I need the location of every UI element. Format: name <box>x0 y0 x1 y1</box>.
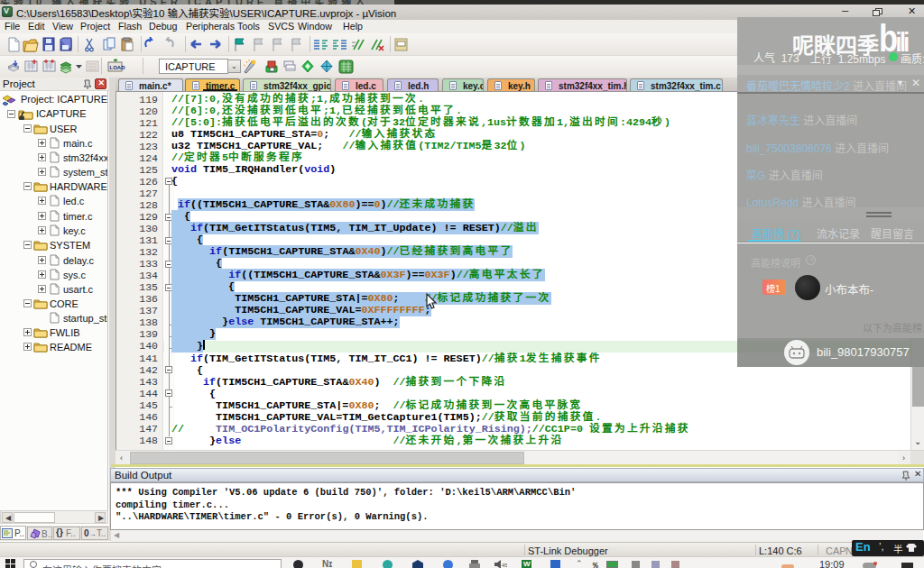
svg-text:LOAD: LOAD <box>110 65 126 70</box>
svg-text:45: 45 <box>502 563 507 568</box>
